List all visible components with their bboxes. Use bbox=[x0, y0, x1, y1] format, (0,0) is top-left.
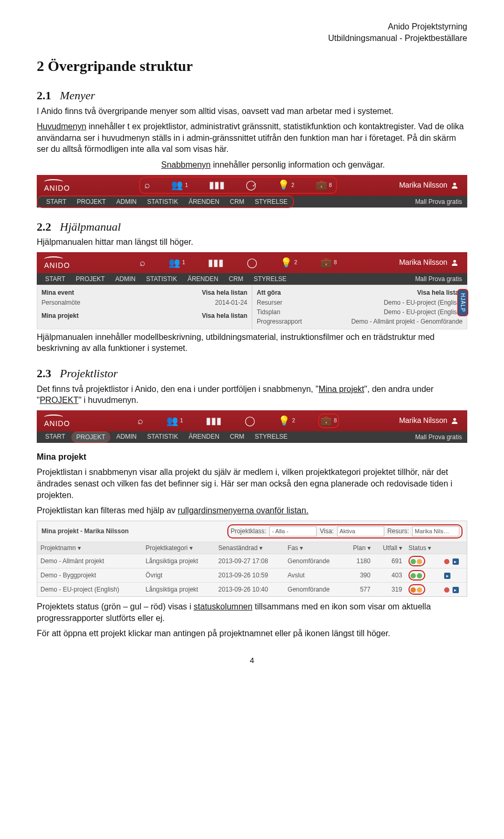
main-menu: START PROJEKT ADMIN STATISTIK ÄRENDEN CR… bbox=[37, 195, 294, 208]
screenshot-project-list: Mina projekt - Marika Nilsson Projektkla… bbox=[37, 521, 467, 597]
screenshot-anido-menu: ANIDO ⌕ 👥1 ▮▮▮ ◯✓ 💡2 💼8 Marika Nilsson S… bbox=[37, 175, 467, 208]
menu-projekt-highlight[interactable]: PROJEKT bbox=[71, 431, 110, 443]
section-2-title: 2 Övergripande struktur bbox=[37, 56, 467, 76]
para: Huvudmenyn innehåller t ex projektlistor… bbox=[37, 121, 467, 155]
col-senastandrad[interactable]: Senaständrad ▾ bbox=[215, 542, 285, 554]
para: Projektets status (grön – gul – röd) vis… bbox=[37, 601, 467, 624]
para: Projektlistan kan filteras med hjälp av … bbox=[37, 505, 467, 516]
svg-point-0 bbox=[453, 182, 456, 185]
project-link[interactable]: Demo - EU-project (English) bbox=[37, 583, 142, 597]
menu-admin[interactable]: ADMIN bbox=[112, 196, 141, 207]
para: I Anido finns två övergripande menyer so… bbox=[37, 106, 467, 117]
table-row: Demo - Byggprojekt Övrigt 2013-09-26 10:… bbox=[37, 568, 467, 582]
section-2-3-title: 2.3 Projektlistor bbox=[37, 366, 467, 381]
anido-logo: ANIDO bbox=[37, 177, 77, 193]
filter-projektklass[interactable]: - Alla - bbox=[269, 526, 317, 536]
project-link[interactable]: Demo - Allmänt projekt bbox=[37, 554, 142, 568]
svg-point-1 bbox=[453, 260, 456, 263]
table-row: Demo - Allmänt projekt Långsiktiga proje… bbox=[37, 554, 467, 568]
people-icon[interactable]: 👥1 bbox=[171, 179, 188, 191]
screenshot-anido-help: ANIDO ⌕ 👥1 ▮▮▮ ◯ 💡2 💼8 Marika Nilsson ST… bbox=[37, 252, 467, 329]
subheading: Mina projekt bbox=[37, 451, 467, 463]
menu-arenden[interactable]: ÄRENDEN bbox=[184, 196, 224, 207]
svg-point-2 bbox=[453, 418, 456, 420]
user-menu[interactable]: Marika Nilsson bbox=[399, 180, 467, 190]
filter-group: Projektklass: - Alla - Visa: Aktiva Resu… bbox=[227, 524, 463, 538]
para: Snabbmenyn innehåller personlig informat… bbox=[79, 159, 467, 171]
col-projektnamn[interactable]: Projektnamn ▾ bbox=[37, 542, 142, 554]
section-2-1-title: 2.1 Menyer bbox=[37, 88, 467, 103]
page-number: 4 bbox=[37, 655, 467, 666]
people-icon[interactable]: 👥1 bbox=[169, 256, 185, 269]
check-icon[interactable]: ◯ bbox=[247, 256, 257, 269]
col-projektkategori[interactable]: Projektkategori ▾ bbox=[142, 542, 215, 554]
menu-start[interactable]: START bbox=[42, 196, 70, 207]
check-icon[interactable]: ◯✓ bbox=[246, 179, 257, 191]
col-utfall[interactable]: Utfall ▾ bbox=[374, 542, 405, 554]
chart-icon[interactable]: ▮▮▮ bbox=[209, 179, 225, 191]
para: För att öppna ett projekt klickar man an… bbox=[37, 628, 467, 639]
filter-visa[interactable]: Aktiva bbox=[337, 526, 384, 536]
warn-icon bbox=[444, 559, 449, 564]
person-icon bbox=[450, 181, 459, 190]
warn-icon bbox=[444, 587, 449, 593]
help-tab[interactable]: HJÄLP bbox=[457, 289, 469, 316]
open-project-icon[interactable]: ▸ bbox=[453, 587, 459, 593]
open-project-icon[interactable]: ▸ bbox=[444, 573, 450, 579]
search-icon[interactable]: ⌕ bbox=[140, 256, 145, 269]
menu-statistik[interactable]: STATISTIK bbox=[143, 196, 182, 207]
para: Projektlistan i snabbmenyn visar alla pr… bbox=[37, 467, 467, 501]
open-project-icon[interactable]: ▸ bbox=[453, 558, 459, 565]
section-2-2-title: 2.2 Hjälpmanual bbox=[37, 219, 467, 235]
table-row: Demo - EU-project (English) Långsiktiga … bbox=[37, 583, 467, 597]
project-table: Projektnamn ▾ Projektkategori ▾ Senastän… bbox=[37, 542, 467, 597]
col-status[interactable]: Status ▾ bbox=[405, 542, 441, 554]
menu-projekt[interactable]: PROJEKT bbox=[72, 196, 110, 207]
briefcase-icon[interactable]: 💼8 bbox=[316, 179, 332, 191]
menu-right[interactable]: Mall Prova gratis bbox=[415, 198, 467, 206]
col-fas[interactable]: Fas ▾ bbox=[285, 542, 344, 554]
para: Hjälpmanualen innehåller modellbeskrivni… bbox=[37, 332, 467, 354]
visa-hela-link[interactable]: Visa hela listan bbox=[202, 288, 248, 297]
chart-icon[interactable]: ▮▮▮ bbox=[208, 256, 224, 269]
para: Hjälpmanualen hittar man längst till hög… bbox=[37, 236, 467, 248]
menu-styrelse[interactable]: STYRELSE bbox=[250, 196, 292, 207]
project-link[interactable]: Demo - Byggprojekt bbox=[37, 568, 142, 582]
bulb-icon[interactable]: 💡2 bbox=[280, 256, 297, 269]
para: Det finns två projektlistor i Anido, den… bbox=[37, 384, 467, 406]
screenshot-anido-projekt: ANIDO ⌕ 👥1 ▮▮▮ ◯ 💡2 💼8 Marika Nilsson ST… bbox=[37, 410, 467, 443]
menu-crm[interactable]: CRM bbox=[226, 196, 248, 207]
bulb-icon[interactable]: 💡2 bbox=[278, 179, 295, 191]
doc-header: Anido Projektstyrning Utbildningsmanual … bbox=[37, 21, 467, 44]
search-icon[interactable]: ⌕ bbox=[144, 179, 150, 191]
col-plan[interactable]: Plan ▾ bbox=[344, 542, 374, 554]
briefcase-highlight-icon[interactable]: 💼8 bbox=[318, 413, 339, 428]
panel-title: Mina projekt - Marika Nilsson bbox=[41, 527, 222, 535]
filter-resurs[interactable]: Marika Nils… bbox=[412, 526, 459, 536]
briefcase-icon[interactable]: 💼8 bbox=[320, 256, 337, 269]
